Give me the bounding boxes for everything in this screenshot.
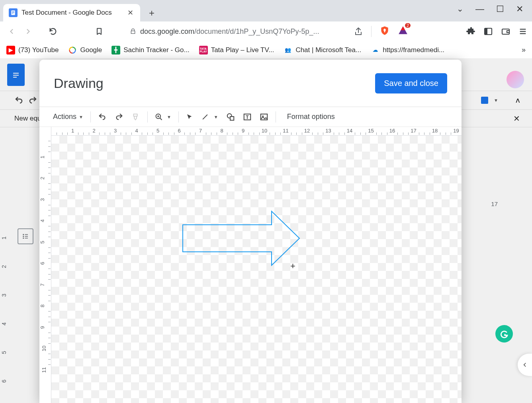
svg-rect-1 <box>12 12 14 12</box>
url-text: docs.google.com/document/d/1hP_y_UsnQ7Yo… <box>140 27 319 36</box>
tab-strip: Test Document - Google Docs ✕ + ⌄ — ☐ ✕ <box>0 0 532 21</box>
svg-line-25 <box>160 118 162 120</box>
svg-line-28 <box>203 115 207 119</box>
svg-text:T: T <box>246 114 249 120</box>
wallet-icon[interactable] <box>501 27 510 36</box>
zoom-menu[interactable]: ▼ <box>152 111 174 123</box>
separator <box>371 26 372 37</box>
redo-button[interactable] <box>111 110 127 124</box>
drawing-canvas[interactable]: + <box>51 136 462 403</box>
grammarly-icon[interactable] <box>495 325 513 343</box>
tab-close-icon[interactable]: ✕ <box>127 8 135 17</box>
drawing-dialog: Drawing Save and close Actions▼ ▼ ▼ T Fo… <box>39 60 462 403</box>
svg-rect-30 <box>230 117 234 120</box>
bookmark-google[interactable]: Google <box>68 46 102 55</box>
drawing-title: Drawing <box>54 76 104 91</box>
close-icon[interactable]: ✕ <box>516 4 523 14</box>
undo-button[interactable] <box>95 110 110 124</box>
svg-rect-5 <box>485 28 487 35</box>
bookmarks-overflow[interactable]: » <box>522 46 526 54</box>
chevron-down-icon[interactable]: ⌄ <box>457 4 464 14</box>
docs-favicon <box>9 8 18 17</box>
svg-rect-33 <box>260 114 267 120</box>
bookmark-button[interactable] <box>92 25 106 38</box>
svg-rect-2 <box>12 12 14 13</box>
svg-rect-3 <box>12 13 13 14</box>
extensions-icon[interactable] <box>466 27 475 36</box>
line-tool[interactable]: ▼ <box>198 111 221 123</box>
share-icon[interactable] <box>354 27 363 36</box>
bookmark-youtube[interactable]: ▶(73) YouTube <box>6 46 59 55</box>
bookmark-sheets[interactable]: ╋Sachin Tracker - Go... <box>111 46 189 55</box>
window-controls: ⌄ — ☐ ✕ <box>448 0 532 18</box>
tab-title: Test Document - Google Docs <box>22 9 127 17</box>
forward-button[interactable] <box>22 25 35 38</box>
select-tool[interactable] <box>183 111 196 123</box>
vertical-ruler: 1234567891011 <box>39 127 51 403</box>
lock-icon <box>130 28 136 35</box>
image-tool[interactable] <box>256 110 272 124</box>
badge: 2 <box>405 23 411 28</box>
svg-rect-7 <box>507 31 509 33</box>
shape-tool[interactable] <box>223 110 238 124</box>
user-avatar[interactable] <box>507 71 524 88</box>
address-bar: docs.google.com/document/d/1hP_y_UsnQ7Yo… <box>0 21 532 41</box>
textbox-tool[interactable]: T <box>240 110 255 124</box>
back-button[interactable] <box>5 25 18 38</box>
url-box[interactable]: docs.google.com/document/d/1hP_y_UsnQ7Yo… <box>124 24 346 39</box>
actions-menu[interactable]: Actions▼ <box>50 110 86 123</box>
browser-tab[interactable]: Test Document - Google Docs ✕ <box>3 4 140 21</box>
new-tab-button[interactable]: + <box>146 7 158 19</box>
sidebar-toggle-icon[interactable] <box>483 27 493 36</box>
brave-rewards-icon[interactable]: 2 <box>398 25 408 37</box>
horizontal-ruler: 12345678910111213141516171819 <box>51 127 462 136</box>
minimize-icon[interactable]: — <box>475 4 484 14</box>
maximize-icon[interactable]: ☐ <box>496 4 504 14</box>
reload-button[interactable] <box>46 25 60 38</box>
drawing-toolbar: Actions▼ ▼ ▼ T Format options <box>39 107 462 127</box>
format-options[interactable]: Format options <box>284 110 338 123</box>
menu-icon[interactable] <box>518 27 527 36</box>
bookmarks-bar: ▶(73) YouTube Google ╋Sachin Tracker - G… <box>0 41 532 59</box>
save-and-close-button[interactable]: Save and close <box>375 73 447 93</box>
svg-rect-6 <box>502 29 509 34</box>
bookmark-tataplay[interactable]: TATAPLAYTata Play – Live TV... <box>199 46 274 55</box>
brave-shield-icon[interactable] <box>379 25 390 37</box>
crosshair-cursor: + <box>290 261 295 271</box>
paint-format-button <box>128 110 143 124</box>
bookmark-teams[interactable]: 👥Chat | Microsoft Tea... <box>284 46 361 55</box>
bookmark-framedmedia[interactable]: ☁https://framedmedi... <box>371 46 444 55</box>
arrow-shape[interactable] <box>182 210 301 266</box>
